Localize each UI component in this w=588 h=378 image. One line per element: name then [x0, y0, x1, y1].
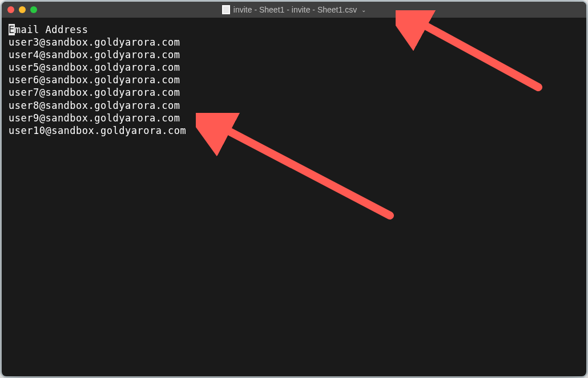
- file-line: user10@sandbox.goldyarora.com: [9, 124, 579, 137]
- file-line: user4@sandbox.goldyarora.com: [9, 48, 579, 61]
- cursor-position: E: [9, 24, 15, 35]
- file-line: user6@sandbox.goldyarora.com: [9, 74, 579, 86]
- file-line: user8@sandbox.goldyarora.com: [9, 99, 579, 112]
- file-line: user7@sandbox.goldyarora.com: [9, 86, 579, 99]
- file-content[interactable]: Email Addressuser3@sandbox.goldyarora.co…: [2, 18, 586, 143]
- chevron-down-icon[interactable]: ⌄: [361, 7, 366, 13]
- maximize-icon[interactable]: [30, 6, 37, 13]
- close-icon[interactable]: [7, 6, 14, 13]
- editor-window: invite - Sheet1 - invite - Sheet1.csv ⌄ …: [2, 2, 586, 376]
- file-line: user5@sandbox.goldyarora.com: [9, 61, 579, 74]
- file-header-line: Email Address: [9, 23, 579, 36]
- file-line: user3@sandbox.goldyarora.com: [9, 36, 579, 48]
- titlebar[interactable]: invite - Sheet1 - invite - Sheet1.csv ⌄: [2, 2, 586, 18]
- file-line: user9@sandbox.goldyarora.com: [9, 112, 579, 124]
- title-wrapper: invite - Sheet1 - invite - Sheet1.csv ⌄: [2, 5, 586, 14]
- file-icon: [222, 5, 230, 14]
- traffic-lights: [7, 6, 37, 13]
- minimize-icon[interactable]: [19, 6, 26, 13]
- window-title: invite - Sheet1 - invite - Sheet1.csv: [233, 5, 357, 14]
- header-rest: mail Address: [15, 24, 88, 35]
- window-outer-frame: invite - Sheet1 - invite - Sheet1.csv ⌄ …: [0, 0, 588, 378]
